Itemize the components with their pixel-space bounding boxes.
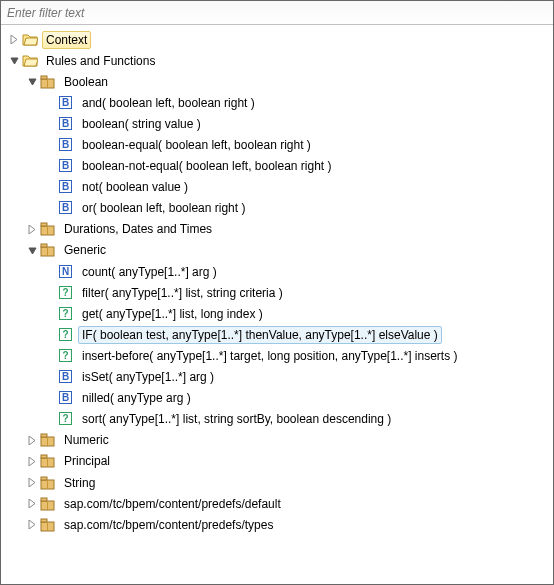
tree-label: Numeric <box>60 431 113 449</box>
expand-icon[interactable] <box>25 433 39 447</box>
tree-item-numeric[interactable]: Numeric <box>3 430 551 451</box>
tree-label: nilled( anyType arg ) <box>78 389 195 407</box>
tree-label: Boolean <box>60 73 112 91</box>
boolean-function-icon <box>58 158 74 174</box>
folder-open-icon <box>22 32 38 48</box>
tree-label: not( boolean value ) <box>78 178 192 196</box>
expand-icon[interactable] <box>25 476 39 490</box>
tree-label: String <box>60 474 99 492</box>
tree-label: sap.com/tc/bpem/content/predefs/default <box>60 495 285 513</box>
expand-icon[interactable] <box>25 497 39 511</box>
boolean-function-icon <box>58 95 74 111</box>
collapse-icon[interactable] <box>25 243 39 257</box>
boolean-function-icon <box>58 116 74 132</box>
boolean-function-icon <box>58 179 74 195</box>
tree-label: sort( anyType[1..*] list, string sortBy,… <box>78 410 395 428</box>
tree-label: isSet( anyType[1..*] arg ) <box>78 368 218 386</box>
tree-label: insert-before( anyType[1..*] target, lon… <box>78 347 462 365</box>
package-icon <box>40 432 56 448</box>
tree-item-function[interactable]: sort( anyType[1..*] list, string sortBy,… <box>3 409 551 430</box>
tree-item-function[interactable]: boolean( string value ) <box>3 113 551 134</box>
tree-label: boolean( string value ) <box>78 115 205 133</box>
tree-label: Rules and Functions <box>42 52 159 70</box>
expand-icon[interactable] <box>7 33 21 47</box>
tree-item-context[interactable]: Context <box>3 29 551 50</box>
package-icon <box>40 74 56 90</box>
folder-open-icon <box>22 53 38 69</box>
package-icon <box>40 496 56 512</box>
tree-item-function[interactable]: boolean-not-equal( boolean left, boolean… <box>3 156 551 177</box>
collapse-icon[interactable] <box>7 54 21 68</box>
generic-function-icon <box>58 327 74 343</box>
package-icon <box>40 475 56 491</box>
tree-item-function-if[interactable]: IF( boolean test, anyType[1..*] thenValu… <box>3 324 551 345</box>
tree-item-principal[interactable]: Principal <box>3 451 551 472</box>
tree-label: IF( boolean test, anyType[1..*] thenValu… <box>78 326 442 344</box>
generic-function-icon <box>58 285 74 301</box>
tree-label: and( boolean left, boolean right ) <box>78 94 259 112</box>
tree-item-function[interactable]: nilled( anyType arg ) <box>3 388 551 409</box>
expand-icon[interactable] <box>25 454 39 468</box>
boolean-function-icon <box>58 200 74 216</box>
tree-item-function[interactable]: insert-before( anyType[1..*] target, lon… <box>3 345 551 366</box>
filter-input[interactable] <box>1 1 553 25</box>
boolean-function-icon <box>58 390 74 406</box>
tree-item-rules[interactable]: Rules and Functions <box>3 50 551 71</box>
tree-item-function[interactable]: not( boolean value ) <box>3 177 551 198</box>
tree-item-function[interactable]: boolean-equal( boolean left, boolean rig… <box>3 134 551 155</box>
tree-item-predefs-default[interactable]: sap.com/tc/bpem/content/predefs/default <box>3 493 551 514</box>
tree-label: filter( anyType[1..*] list, string crite… <box>78 284 287 302</box>
tree-item-function[interactable]: filter( anyType[1..*] list, string crite… <box>3 282 551 303</box>
expand-icon[interactable] <box>25 518 39 532</box>
tree-label: sap.com/tc/bpem/content/predefs/types <box>60 516 277 534</box>
package-icon <box>40 221 56 237</box>
tree-item-function[interactable]: or( boolean left, boolean right ) <box>3 198 551 219</box>
expand-icon[interactable] <box>25 222 39 236</box>
package-icon <box>40 242 56 258</box>
tree-label: get( anyType[1..*] list, long index ) <box>78 305 267 323</box>
tree-item-function[interactable]: and( boolean left, boolean right ) <box>3 92 551 113</box>
tree-item-boolean[interactable]: Boolean <box>3 71 551 92</box>
boolean-function-icon <box>58 137 74 153</box>
generic-function-icon <box>58 306 74 322</box>
number-function-icon <box>58 264 74 280</box>
tree-label: boolean-not-equal( boolean left, boolean… <box>78 157 336 175</box>
tree-item-function[interactable]: isSet( anyType[1..*] arg ) <box>3 367 551 388</box>
tree-label: boolean-equal( boolean left, boolean rig… <box>78 136 315 154</box>
package-icon <box>40 517 56 533</box>
tree-item-generic[interactable]: Generic <box>3 240 551 261</box>
tree-label: or( boolean left, boolean right ) <box>78 199 249 217</box>
tree-label: Durations, Dates and Times <box>60 220 216 238</box>
tree-item-predefs-types[interactable]: sap.com/tc/bpem/content/predefs/types <box>3 514 551 535</box>
tree-item-function[interactable]: count( anyType[1..*] arg ) <box>3 261 551 282</box>
package-icon <box>40 453 56 469</box>
generic-function-icon <box>58 348 74 364</box>
tree-label: Generic <box>60 241 110 259</box>
tree-label: count( anyType[1..*] arg ) <box>78 263 221 281</box>
function-picker-panel: Context Rules and Functions Boolean and(… <box>0 0 554 585</box>
collapse-icon[interactable] <box>25 75 39 89</box>
tree-item-function[interactable]: get( anyType[1..*] list, long index ) <box>3 303 551 324</box>
tree-label: Principal <box>60 452 114 470</box>
tree-label: Context <box>42 31 91 49</box>
tree-item-durations[interactable]: Durations, Dates and Times <box>3 219 551 240</box>
generic-function-icon <box>58 411 74 427</box>
tree-item-string[interactable]: String <box>3 472 551 493</box>
function-tree: Context Rules and Functions Boolean and(… <box>1 25 553 537</box>
boolean-function-icon <box>58 369 74 385</box>
